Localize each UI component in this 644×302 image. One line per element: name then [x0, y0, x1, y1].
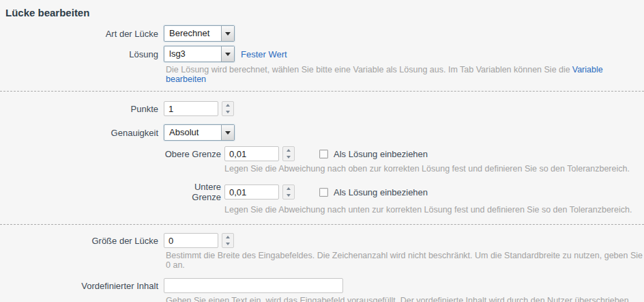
- dropdown-arrow-icon[interactable]: [221, 26, 234, 41]
- edit-gap-form: Lücke bearbeiten Art der Lücke Berechnet…: [0, 0, 644, 302]
- spinner-up-icon[interactable]: [222, 102, 233, 109]
- groesse-der-luecke-help-text: Bestimmt die Breite des Eingabefeldes. D…: [166, 251, 644, 270]
- spinner-down-icon[interactable]: [222, 109, 233, 115]
- punkte-spinner[interactable]: [222, 101, 234, 116]
- spinner-down-icon[interactable]: [283, 154, 294, 161]
- untere-grenze-help-text: Legen Sie die Abweichung nach unten zur …: [224, 205, 644, 215]
- untere-grenze-checkbox-group: Als Lösung einbeziehen: [319, 187, 428, 197]
- genauigkeit-selected-value: Absolut: [164, 125, 221, 140]
- als-loesung-einbeziehen-checkbox[interactable]: [319, 188, 328, 197]
- row-genauigkeit: Genauigkeit Absolut: [0, 124, 644, 141]
- vordefinierter-inhalt-input[interactable]: [164, 278, 343, 293]
- obere-grenze-input[interactable]: [224, 146, 279, 161]
- obere-grenze-spinner[interactable]: [282, 146, 295, 161]
- row-obere-grenze: Obere Grenze Als Lösung einbeziehen: [0, 146, 644, 161]
- dropdown-arrow-icon[interactable]: [221, 46, 234, 61]
- row-punkte: Punkte: [0, 101, 644, 116]
- untere-grenze-input[interactable]: [224, 184, 279, 200]
- art-der-luecke-select[interactable]: Berechnet: [164, 25, 235, 42]
- section-divider: [0, 91, 644, 92]
- punkte-label: Punkte: [0, 104, 158, 114]
- als-loesung-einbeziehen-label: Als Lösung einbeziehen: [334, 149, 428, 159]
- loesung-select[interactable]: lsg3: [164, 46, 235, 62]
- untere-grenze-label: Untere Grenze: [164, 182, 221, 202]
- obere-grenze-help-text: Legen Sie die Abweichung nach oben zur k…: [224, 164, 644, 174]
- groesse-der-luecke-spinner[interactable]: [222, 233, 234, 248]
- loesung-selected-value: lsg3: [164, 46, 221, 61]
- dropdown-arrow-icon[interactable]: [221, 125, 234, 140]
- loesung-help-text: Die Lösung wird berechnet, wählen Sie bi…: [166, 65, 644, 84]
- als-loesung-einbeziehen-label: Als Lösung einbeziehen: [334, 187, 428, 197]
- spinner-down-icon[interactable]: [222, 241, 233, 247]
- loesung-help-prefix: Die Lösung wird berechnet, wählen Sie bi…: [166, 65, 570, 74]
- section-divider: [0, 224, 644, 225]
- spinner-up-icon[interactable]: [283, 147, 294, 154]
- obere-grenze-checkbox-group: Als Lösung einbeziehen: [319, 149, 428, 159]
- obere-grenze-label: Obere Grenze: [164, 149, 221, 159]
- row-vordefinierter-inhalt: Vordefinierter Inhalt: [0, 278, 644, 293]
- row-groesse-der-luecke: Größe der Lücke: [0, 233, 644, 248]
- untere-grenze-spinner[interactable]: [282, 184, 295, 200]
- genauigkeit-select[interactable]: Absolut: [164, 124, 235, 141]
- page-title: Lücke bearbeiten: [5, 7, 644, 18]
- spinner-up-icon[interactable]: [283, 185, 294, 192]
- vordefinierter-inhalt-help-text: Geben Sie einen Text ein, wird das Einga…: [166, 296, 644, 302]
- row-untere-grenze: Untere Grenze Als Lösung einbeziehen: [0, 182, 644, 202]
- art-der-luecke-label: Art der Lücke: [0, 29, 158, 39]
- vordefinierter-inhalt-label: Vordefinierter Inhalt: [0, 281, 158, 291]
- punkte-input[interactable]: [164, 101, 218, 116]
- spinner-up-icon[interactable]: [222, 234, 233, 241]
- fester-wert-link[interactable]: Fester Wert: [241, 49, 287, 59]
- loesung-label: Lösung: [0, 49, 158, 59]
- genauigkeit-label: Genauigkeit: [0, 128, 158, 138]
- row-art-der-luecke: Art der Lücke Berechnet: [0, 25, 644, 42]
- als-loesung-einbeziehen-checkbox[interactable]: [319, 150, 328, 159]
- spinner-down-icon[interactable]: [283, 192, 294, 199]
- groesse-der-luecke-label: Größe der Lücke: [0, 236, 158, 246]
- art-der-luecke-selected-value: Berechnet: [164, 26, 221, 41]
- row-loesung: Lösung lsg3 Fester Wert: [0, 46, 644, 62]
- groesse-der-luecke-input[interactable]: [164, 233, 218, 248]
